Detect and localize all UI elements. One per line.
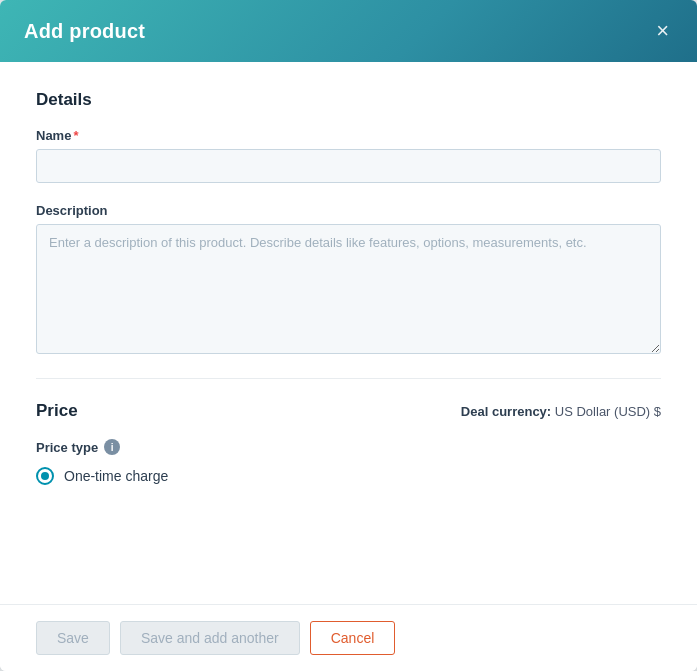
- name-input[interactable]: [36, 149, 661, 183]
- save-and-add-another-button[interactable]: Save and add another: [120, 621, 300, 655]
- name-label: Name*: [36, 128, 661, 143]
- radio-option-one-time[interactable]: One-time charge: [36, 467, 661, 485]
- details-section-title: Details: [36, 90, 661, 110]
- radio-one-time-charge-label: One-time charge: [64, 468, 168, 484]
- add-product-modal: Add product × Details Name* Description: [0, 0, 697, 671]
- radio-one-time-charge[interactable]: [36, 467, 54, 485]
- deal-currency: Deal currency: US Dollar (USD) $: [461, 404, 661, 419]
- price-type-label: Price type i: [36, 439, 661, 455]
- modal-header: Add product ×: [0, 0, 697, 62]
- name-field-group: Name*: [36, 128, 661, 183]
- price-section-header: Price Deal currency: US Dollar (USD) $: [36, 401, 661, 421]
- required-indicator: *: [73, 128, 78, 143]
- price-section: Price Deal currency: US Dollar (USD) $ P…: [36, 378, 661, 485]
- modal-title: Add product: [24, 20, 145, 43]
- description-input[interactable]: [36, 224, 661, 354]
- details-section: Details Name* Description: [36, 90, 661, 358]
- modal-body: Details Name* Description Price Deal cur…: [0, 62, 697, 604]
- save-button[interactable]: Save: [36, 621, 110, 655]
- close-button[interactable]: ×: [652, 18, 673, 44]
- price-section-title: Price: [36, 401, 78, 421]
- description-field-group: Description: [36, 203, 661, 358]
- cancel-button[interactable]: Cancel: [310, 621, 396, 655]
- description-label: Description: [36, 203, 661, 218]
- price-type-info-icon[interactable]: i: [104, 439, 120, 455]
- modal-footer: Save Save and add another Cancel: [0, 604, 697, 671]
